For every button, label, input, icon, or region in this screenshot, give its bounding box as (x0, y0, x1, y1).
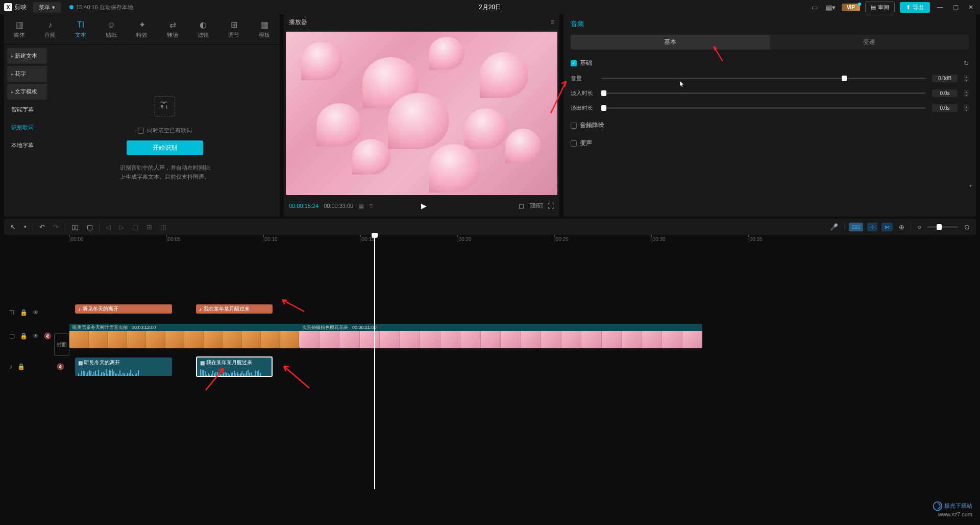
snap-icon-1[interactable]: ⊟⊟ (849, 223, 863, 231)
media-tab-贴纸[interactable]: ☺贴纸 (96, 14, 127, 44)
media-tab-音频[interactable]: ♪音频 (35, 14, 65, 44)
split-icon[interactable]: ▯▯ (69, 221, 81, 233)
app-logo: X (4, 3, 12, 11)
menu-button[interactable]: 菜单 ▾ (33, 2, 61, 13)
tool-icon-3: ▢ (130, 221, 140, 233)
step-up-icon[interactable]: ▴ (964, 105, 969, 108)
mute-icon[interactable]: 🔇 (44, 332, 52, 340)
cover-button[interactable]: 封面 (54, 333, 69, 356)
media-tab-文本[interactable]: TI文本 (65, 14, 96, 44)
review-button[interactable]: ▤ 审阅 (865, 2, 895, 13)
media-tab-调节[interactable]: ⊞调节 (218, 14, 249, 44)
text-clip[interactable]: ♪我在某年某月醒过来 (196, 304, 273, 314)
reset-icon[interactable]: ↻ (964, 60, 969, 67)
volume-slider[interactable] (601, 78, 926, 79)
select-tool-icon[interactable]: ↖ (8, 221, 18, 233)
media-tab-滤镜[interactable]: ◐滤镜 (188, 14, 218, 44)
text-clip[interactable]: ♪听见冬天的离开 (75, 304, 172, 314)
media-tab-特效[interactable]: ✦特效 (127, 14, 157, 44)
voice-change-checkbox[interactable] (571, 140, 577, 147)
eye-icon[interactable]: 👁 (33, 309, 39, 316)
video-preview[interactable] (286, 32, 557, 195)
crop-icon[interactable]: ◻ (519, 202, 524, 210)
player-title: 播放器 (289, 18, 307, 27)
ruler-tick: |00:30 (651, 236, 666, 242)
total-time: 00:00:33:00 (324, 203, 353, 209)
fadeout-slider[interactable] (601, 107, 926, 109)
ratio-button[interactable]: [适应] (529, 202, 543, 210)
maximize-button[interactable]: ▢ (950, 2, 961, 12)
zoom-out-icon[interactable]: ○ (915, 221, 923, 233)
volume-label: 音量 (571, 75, 595, 82)
tab-basic[interactable]: 基本 (571, 35, 770, 50)
playhead[interactable] (374, 234, 375, 489)
media-tab-媒体[interactable]: ▥媒体 (4, 14, 35, 44)
sidebar-item-花字[interactable]: ▸花字 (7, 66, 47, 82)
tab-speed[interactable]: 变速 (770, 35, 969, 50)
fadein-value[interactable]: 0.0s (932, 89, 958, 97)
step-down-icon[interactable]: ▾ (964, 108, 969, 111)
volume-value[interactable]: 0.0dB (932, 75, 958, 82)
chevron-right-icon: ▸ (11, 89, 14, 94)
fadein-slider[interactable] (601, 92, 926, 94)
mic-icon[interactable]: 🎤 (828, 221, 840, 233)
layout-icon-1[interactable]: ▭ (809, 3, 820, 12)
eye-icon[interactable]: 👁 (33, 332, 39, 340)
video-clip[interactable]: 实景拍摄粉色樱花花朵00:00:21:00 (299, 324, 702, 348)
align-icon[interactable]: ⊕ (897, 221, 906, 233)
lock-icon[interactable]: 🔒 (20, 332, 28, 340)
undo-icon[interactable]: ↶ (37, 221, 47, 233)
basic-checkbox[interactable]: ✓ (571, 60, 577, 66)
tool-icon-4: ⊞ (144, 221, 154, 233)
waveform (78, 369, 169, 376)
current-time: 00:00:15:24 (289, 203, 318, 209)
minimize-button[interactable]: — (935, 2, 945, 12)
media-tab-模板[interactable]: ▦模板 (249, 14, 280, 44)
close-button[interactable]: ✕ (966, 2, 976, 12)
ruler-tick: |00:10 (263, 236, 278, 242)
lock-icon[interactable]: 🔒 (17, 363, 25, 370)
list-icon[interactable]: ≡ (369, 202, 373, 209)
snap-icon-3[interactable]: ⋈ (881, 223, 893, 231)
sidebar-item-识别歌词[interactable]: 识别歌词 (7, 120, 47, 135)
layout-icon-2[interactable]: ▤▾ (825, 3, 837, 12)
fullscreen-icon[interactable]: ⛶ (548, 202, 554, 210)
clear-lyrics-checkbox[interactable]: 同时清空已有歌词 (138, 127, 192, 134)
step-down-icon[interactable]: ▾ (964, 93, 969, 97)
delete-icon[interactable]: ▢ (85, 221, 95, 233)
step-up-icon[interactable]: ▴ (964, 90, 969, 93)
lock-icon[interactable]: 🔒 (20, 309, 28, 316)
export-button[interactable]: ⬆ 导出 (900, 2, 930, 13)
denoise-checkbox[interactable] (571, 123, 577, 129)
play-button[interactable]: ▶ (421, 202, 427, 210)
zoom-slider[interactable] (927, 226, 958, 228)
grid-icon[interactable]: ▦ (358, 202, 364, 209)
checkbox-icon (138, 128, 144, 134)
snap-icon-2[interactable]: ⊹ (867, 223, 877, 231)
sidebar-item-本地字幕[interactable]: 本地字幕 (7, 137, 47, 153)
timeline-ruler[interactable]: |00:00|00:05|00:10|00:15|00:20|00:25|00:… (69, 235, 976, 245)
ruler-tick: |00:25 (554, 236, 569, 242)
audio-track: ♪ 🔒 🔇 ▦听见冬天的离开▦我在某年某月醒过来 (4, 355, 976, 378)
sidebar-item-新建文本[interactable]: ▸新建文本 (7, 48, 47, 64)
audio-clip[interactable]: ▦听见冬天的离开 (75, 357, 172, 376)
step-up-icon[interactable]: ▴ (964, 75, 969, 78)
mute-icon[interactable]: 🔇 (57, 363, 64, 370)
chevron-down-icon[interactable]: ▾ (969, 183, 972, 188)
media-tab-转场[interactable]: ⇄转场 (157, 14, 188, 44)
chevron-down-icon[interactable]: ▾ (22, 222, 29, 231)
sidebar-item-智能字幕[interactable]: 智能字幕 (7, 102, 47, 117)
audio-clip[interactable]: ▦我在某年某月醒过来 (196, 356, 273, 377)
tab-icon: ⇄ (169, 20, 176, 30)
audio-icon: ▦ (200, 360, 205, 366)
vip-badge[interactable]: VIP (842, 4, 860, 11)
player-menu-icon[interactable]: ≡ (551, 18, 554, 26)
video-clip[interactable]: 唯美雪景冬天树叶雪景实拍00:00:12:00 (69, 324, 299, 348)
video-track: ▢ 🔒 👁 🔇 封面 唯美雪景冬天树叶雪景实拍00:00:12:00实景拍摄粉色… (4, 324, 976, 348)
step-down-icon[interactable]: ▾ (964, 79, 969, 82)
fadeout-value[interactable]: 0.0s (932, 104, 958, 112)
start-recognition-button[interactable]: 开始识别 (127, 140, 203, 155)
zoom-fit-icon[interactable]: ⊙ (962, 221, 972, 233)
sidebar-item-文字模板[interactable]: ▸文字模板 (7, 84, 47, 100)
export-icon: ⬆ (906, 4, 911, 11)
